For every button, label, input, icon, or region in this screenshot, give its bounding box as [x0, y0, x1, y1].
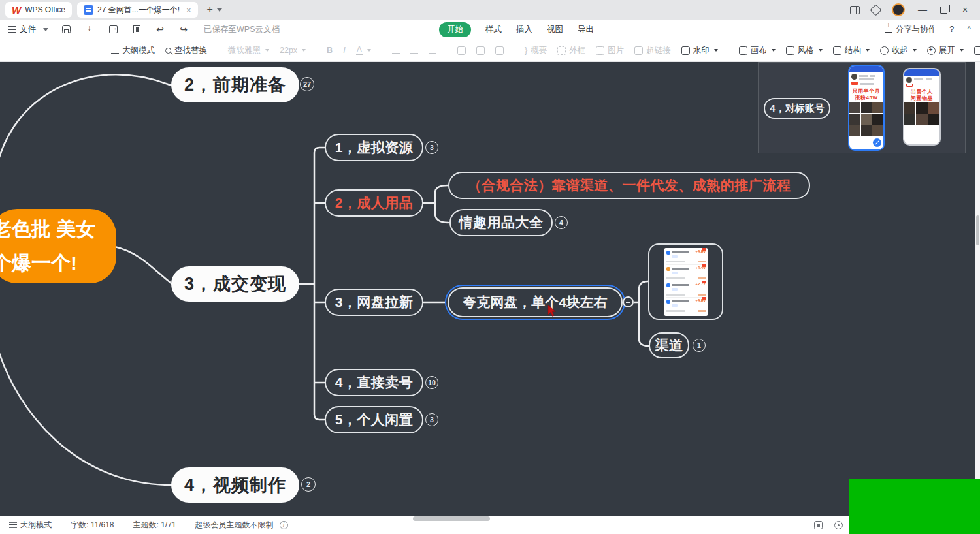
hyperlink-button[interactable]: 超链接	[634, 45, 671, 56]
fit-view-icon[interactable]	[814, 521, 823, 529]
share-collaborate-button[interactable]: 分享与协作	[885, 24, 937, 35]
node-adult-catalog-badge[interactable]: 4	[555, 216, 568, 229]
green-screen-overlay	[849, 479, 980, 534]
picture-button[interactable]: 图片	[596, 45, 624, 56]
app-tab[interactable]: W WPS Office	[5, 2, 72, 18]
summary-button[interactable]: }概要	[525, 45, 547, 56]
mouse-cursor	[547, 305, 557, 317]
file-menu-label: 文件	[20, 24, 36, 35]
node-task-screenshot[interactable]: +4.80 +4.40 +2.72 +4.80	[648, 243, 723, 320]
font-size-select[interactable]: 22px	[280, 46, 306, 55]
collapse-ribbon-button[interactable]: ^	[967, 25, 971, 34]
collapse-toggle-icon[interactable]	[623, 296, 634, 307]
node-adult-note[interactable]: （合规合法）靠谱渠道、一件代发、成熟的推广流程	[448, 172, 810, 199]
frame-button[interactable]: 外框	[557, 45, 585, 56]
redo-button[interactable]: ↪	[178, 24, 189, 35]
tab-style[interactable]: 样式	[485, 24, 502, 35]
info-icon[interactable]: i	[280, 521, 288, 529]
watermark-button[interactable]: 水印	[681, 45, 718, 56]
node-virtual-resource[interactable]: 1，虚拟资源	[325, 134, 423, 161]
phone1-header	[849, 66, 883, 72]
font-color-button[interactable]: A	[356, 45, 371, 55]
node-personal-idle-badge[interactable]: 3	[425, 413, 438, 426]
insert-child-node-button[interactable]	[476, 46, 485, 55]
tab-insert[interactable]: 插入	[516, 24, 532, 35]
help-button[interactable]: ?	[949, 25, 954, 34]
node-quark-selected[interactable]: 夸克网盘，单个4块左右	[445, 285, 625, 320]
menubar: 文件 ↩ ↪ 已保存至WPS云文档 开始 样式 插入 视图 导出 分享与协作 ?…	[0, 20, 980, 39]
format-painter-button[interactable]	[131, 25, 142, 33]
tab-list-chevron-icon[interactable]	[217, 8, 222, 12]
node-adult-products[interactable]: 2，成人用品	[325, 189, 423, 217]
structure-button[interactable]: 结构	[833, 45, 870, 56]
node-video[interactable]: 4，视频制作	[171, 467, 299, 503]
vertical-scrollbar[interactable]	[975, 62, 980, 516]
bold-button[interactable]: B	[327, 46, 333, 55]
export-doc-button[interactable]	[107, 25, 119, 33]
tab-view[interactable]: 视图	[547, 24, 563, 35]
phone2-header	[904, 69, 939, 76]
find-replace-button[interactable]: 查找替换	[165, 45, 207, 56]
tab-close-icon[interactable]: ×	[186, 5, 191, 15]
save-button[interactable]	[60, 25, 72, 33]
node-sell-account-badge[interactable]: 10	[425, 376, 438, 389]
node-channel[interactable]: 渠道	[649, 332, 689, 358]
file-menu[interactable]: 文件	[8, 24, 48, 35]
wps-mindmap-window: W WPS Office 27 全网首...一个爆一个! × + — × 文件	[0, 0, 980, 534]
node-benchmark[interactable]: 4，对标账号	[764, 98, 830, 119]
node-prep-collapse-badge[interactable]: 27	[300, 77, 314, 91]
document-tab[interactable]: 27 全网首...一个爆一个! ×	[77, 2, 198, 18]
node-deal[interactable]: 3，成交变现	[171, 266, 299, 302]
task-row: +2.72	[666, 282, 706, 298]
align-left-button[interactable]	[392, 48, 400, 54]
node-sell-account[interactable]: 4，直接卖号	[325, 369, 423, 396]
style-button[interactable]: 风格	[786, 45, 823, 56]
connector-root-prep	[0, 74, 171, 170]
phone-screenshot-2[interactable]: 出售个人 闲置物品	[903, 68, 941, 146]
separator	[123, 521, 123, 529]
split-view-icon[interactable]	[850, 6, 860, 14]
user-avatar[interactable]	[892, 3, 905, 16]
new-tab-button[interactable]: +	[207, 4, 213, 16]
root-line2: 个爆一个!	[0, 246, 116, 280]
vertical-scrollbar-thumb[interactable]	[976, 215, 979, 245]
node-prep[interactable]: 2，前期准备	[171, 67, 299, 102]
statusbar-outline-mode-button[interactable]: 大纲模式	[9, 520, 52, 531]
node-netdisk[interactable]: 3，网盘拉新	[325, 289, 423, 316]
tab-start[interactable]: 开始	[439, 22, 471, 37]
apps-cube-icon[interactable]	[870, 4, 881, 16]
canvas-button[interactable]: 画布	[739, 45, 776, 56]
mindmap-canvas[interactable]: 老色批 美女 个爆一个! 2，前期准备 27 3，成交变现 4，视频制作 2 1…	[0, 62, 980, 516]
undo-button[interactable]: ↩	[154, 24, 166, 35]
node-virtual-resource-badge[interactable]: 3	[425, 141, 438, 154]
italic-button[interactable]: I	[343, 46, 345, 55]
node-video-collapse-badge[interactable]: 2	[301, 477, 316, 492]
mindmap-ppt-button[interactable]: 脑图PPT	[974, 45, 980, 56]
tab-export[interactable]: 导出	[578, 24, 594, 35]
mindmap-doc-icon	[84, 5, 93, 15]
minimize-button[interactable]: —	[917, 5, 928, 15]
phone-screenshot-1[interactable]: 只用半个月 涨粉45W	[848, 65, 885, 151]
connector-quark-children	[634, 281, 649, 346]
task-row: +4.40	[666, 266, 706, 281]
node-channel-badge[interactable]: 1	[693, 339, 706, 352]
font-name-select[interactable]: 微软雅黑	[228, 45, 269, 56]
insert-sibling-node-button[interactable]	[457, 46, 466, 55]
restore-button[interactable]	[940, 7, 947, 14]
outline-mode-button[interactable]: 大纲模式	[111, 45, 155, 56]
collapse-button[interactable]: 收起	[880, 45, 917, 56]
insert-parent-node-button[interactable]	[495, 46, 504, 55]
center-view-icon[interactable]	[834, 521, 843, 529]
expand-button[interactable]: 展开	[927, 45, 964, 56]
vip-topic-limit: 超级会员主题数不限制 i	[195, 520, 288, 531]
task-list-card: +4.80 +4.40 +2.72 +4.80	[664, 248, 708, 316]
close-button[interactable]: ×	[959, 5, 971, 15]
align-center-button[interactable]	[410, 48, 418, 54]
node-personal-idle[interactable]: 5，个人闲置	[325, 406, 423, 433]
separator	[61, 521, 61, 529]
root-node[interactable]: 老色批 美女 个爆一个!	[0, 209, 116, 283]
align-right-button[interactable]	[429, 48, 436, 54]
horizontal-scrollbar-thumb[interactable]	[413, 516, 490, 521]
download-button[interactable]	[84, 25, 95, 33]
node-adult-catalog[interactable]: 情趣用品大全	[449, 209, 553, 236]
